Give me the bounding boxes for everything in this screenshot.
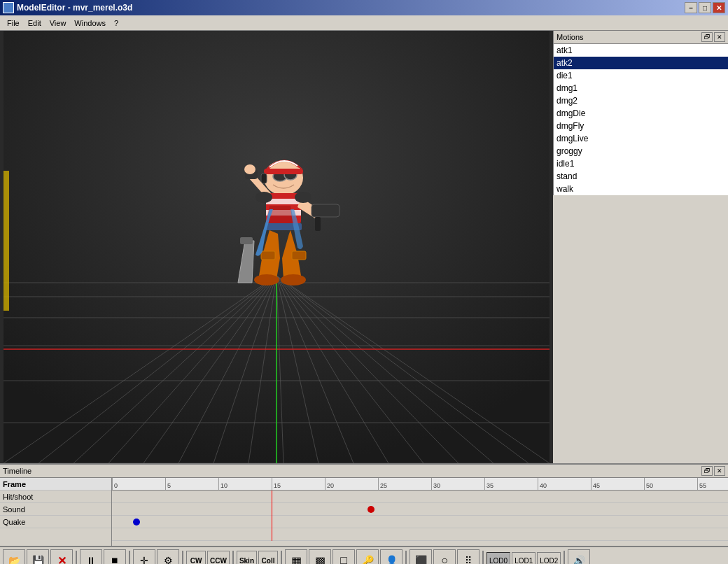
delete-button[interactable]: ✕: [50, 549, 73, 564]
svg-point-42: [281, 274, 306, 285]
playhead: [272, 491, 272, 541]
sphere-button[interactable]: ○: [433, 549, 456, 564]
square-button[interactable]: □: [332, 549, 355, 564]
motions-panel: Motions 🗗 ✕ atk1atk2die1dmg1dmg2dmgDiedm…: [553, 31, 728, 195]
svg-rect-31: [264, 169, 303, 174]
ruler-mark-0: 0: [112, 478, 118, 490]
svg-rect-32: [261, 174, 267, 183]
svg-point-46: [295, 192, 312, 203]
hit-shoot-track: [112, 503, 728, 516]
open-button[interactable]: 📂: [3, 549, 25, 564]
ccw-button[interactable]: CCW: [207, 551, 230, 564]
motions-title: Motions: [556, 33, 584, 41]
checker-button[interactable]: ▩: [309, 549, 331, 564]
close-button[interactable]: ✕: [713, 2, 725, 13]
ruler-mark-20: 20: [325, 478, 334, 490]
sep2: [129, 551, 130, 564]
ruler-mark-55: 55: [697, 478, 706, 490]
motions-restore-button[interactable]: 🗗: [701, 32, 713, 42]
motion-item-dmgFly[interactable]: dmgFly: [554, 120, 728, 132]
lod2-button[interactable]: LOD2: [537, 552, 561, 564]
motion-item-atk1[interactable]: atk1: [554, 44, 728, 57]
svg-rect-43: [261, 251, 275, 260]
ruler-mark-25: 25: [378, 478, 387, 490]
motion-item-groggy[interactable]: groggy: [554, 145, 728, 157]
quake-label: Quake: [0, 516, 111, 528]
menu-item-windows[interactable]: Windows: [70, 17, 110, 29]
key-button[interactable]: 🔑: [356, 549, 379, 564]
dots-button[interactable]: ⠿: [457, 549, 479, 564]
audio-button[interactable]: 🔊: [568, 549, 590, 564]
sep3: [182, 551, 183, 564]
sound-marker: [133, 519, 140, 526]
motion-item-dmg2[interactable]: dmg2: [554, 94, 728, 107]
settings-button[interactable]: ⚙: [157, 549, 179, 564]
timeline-restore-button[interactable]: 🗗: [701, 466, 713, 476]
menu-item-file[interactable]: File: [3, 17, 24, 29]
play-pause-button[interactable]: ⏸: [80, 549, 102, 564]
sep7: [482, 551, 484, 564]
content-area: Motions 🗗 ✕ atk1atk2die1dmg1dmg2dmgDiedm…: [0, 31, 728, 463]
motions-header-controls: 🗗 ✕: [701, 32, 725, 42]
svg-point-45: [255, 192, 272, 203]
motions-close-button[interactable]: ✕: [714, 32, 725, 42]
timeline-close-button[interactable]: ✕: [714, 466, 725, 476]
motion-item-die1[interactable]: die1: [554, 69, 728, 82]
menu-item-help[interactable]: ?: [110, 17, 122, 29]
sep8: [564, 551, 565, 564]
sep4: [232, 551, 234, 564]
stop-button[interactable]: ⏹: [104, 549, 126, 564]
lod1-button[interactable]: LOD1: [512, 552, 536, 564]
cw-button[interactable]: CW: [186, 551, 206, 564]
skin-button[interactable]: Skin: [237, 551, 257, 564]
sep1: [76, 551, 77, 564]
timeline-ruler: 0510152025303540455055: [112, 478, 728, 491]
motion-item-stand[interactable]: stand: [554, 170, 728, 183]
svg-rect-44: [292, 251, 306, 260]
person-button[interactable]: 👤: [380, 549, 402, 564]
svg-rect-27: [4, 171, 9, 311]
lod0-button[interactable]: LOD0: [486, 552, 510, 564]
maximize-button[interactable]: □: [699, 2, 711, 13]
motion-item-walk[interactable]: walk: [554, 183, 728, 195]
move-button[interactable]: ✛: [133, 549, 155, 564]
menu-item-view[interactable]: View: [46, 17, 71, 29]
viewport-3d[interactable]: [0, 31, 553, 463]
ruler-mark-5: 5: [165, 478, 171, 490]
svg-rect-39: [315, 217, 321, 231]
menu-item-edit[interactable]: Edit: [24, 17, 46, 29]
app-icon: [3, 2, 14, 13]
svg-rect-38: [312, 204, 340, 217]
titlebar-left: ModelEditor - mvr_merel.o3d: [3, 2, 132, 13]
frame-label: Frame: [0, 478, 111, 491]
motion-item-idle1[interactable]: idle1: [554, 157, 728, 170]
titlebar: ModelEditor - mvr_merel.o3d – □ ✕: [0, 0, 728, 15]
ruler-mark-45: 45: [591, 478, 600, 490]
menubar: FileEditViewWindows?: [0, 15, 728, 31]
toolbar: 📂 💾 ✕ ⏸ ⏹ ✛ ⚙ CW CCW Skin Coll ▦ ▩ □ 🔑 👤…: [0, 546, 728, 564]
timeline-rows: [112, 491, 728, 541]
motions-list: atk1atk2die1dmg1dmg2dmgDiedmgFlydmgLiveg…: [554, 44, 728, 195]
sound-label: Sound: [0, 503, 111, 516]
right-column: Motions 🗗 ✕ atk1atk2die1dmg1dmg2dmgDiedm…: [553, 31, 728, 463]
timeline-body: Frame Hit/shoot Sound Quake 051015202530…: [0, 478, 728, 546]
grid-button[interactable]: ▦: [285, 549, 307, 564]
ruler-mark-15: 15: [272, 478, 281, 490]
box3d-button[interactable]: ⬛: [410, 549, 432, 564]
titlebar-title: ModelEditor - mvr_merel.o3d: [17, 3, 132, 13]
ruler-mark-30: 30: [431, 478, 440, 490]
motion-item-dmg1[interactable]: dmg1: [554, 82, 728, 94]
timeline-tracks[interactable]: 0510152025303540455055: [112, 478, 728, 546]
ruler-mark-10: 10: [218, 478, 227, 490]
svg-point-41: [254, 274, 279, 285]
minimize-button[interactable]: –: [685, 2, 697, 13]
motion-item-dmgLive[interactable]: dmgLive: [554, 132, 728, 145]
hit-shoot-marker: [368, 506, 374, 513]
timeline-header: Timeline 🗗 ✕: [0, 465, 728, 478]
motion-item-atk2[interactable]: atk2: [554, 57, 728, 69]
viewport-svg: [0, 31, 553, 463]
coll-button[interactable]: Coll: [258, 551, 278, 564]
save-button[interactable]: 💾: [27, 549, 49, 564]
timeline-title: Timeline: [3, 467, 31, 475]
motion-item-dmgDie[interactable]: dmgDie: [554, 107, 728, 120]
